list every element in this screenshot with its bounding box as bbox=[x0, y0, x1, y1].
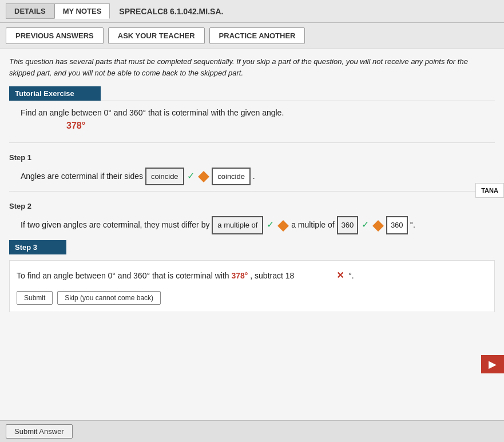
step2-checkmark: ✓ bbox=[267, 220, 274, 229]
step1-answer-box: coincide bbox=[145, 168, 184, 185]
step3-text-before: To find an angle between 0° and 360° tha… bbox=[17, 271, 229, 280]
step3-text-after: , subtract 18 bbox=[250, 271, 294, 280]
step2-connector: a multiple of bbox=[291, 220, 334, 229]
step1-connector: coincide bbox=[212, 168, 251, 185]
practice-another-button[interactable]: PRACTICE ANOTHER bbox=[209, 27, 305, 44]
step1-end: . bbox=[253, 172, 255, 181]
step3-wrapper: Step 3 To find an angle between 0° and 3… bbox=[9, 240, 495, 312]
step3-text: To find an angle between 0° and 360° tha… bbox=[17, 268, 487, 284]
step1-text: Angles are coterminal if their sides bbox=[21, 172, 143, 181]
ask-teacher-button[interactable]: ASK YOUR TEACHER bbox=[108, 27, 205, 44]
step2-checkmark2: ✓ bbox=[362, 220, 369, 229]
step2-text: If two given angles are coterminal, they… bbox=[21, 220, 209, 229]
error-icon: ✕ bbox=[336, 270, 344, 280]
content-area: This question has several parts that mus… bbox=[0, 49, 504, 438]
tana-sidebar[interactable]: TANA bbox=[475, 183, 504, 198]
step1-checkmark: ✓ bbox=[187, 171, 195, 181]
step1-diamond-icon bbox=[198, 171, 209, 182]
course-code: SPRECALC8 6.1.042.MI.SA. bbox=[119, 7, 223, 16]
submit-answer-button[interactable]: Submit Answer bbox=[6, 424, 73, 439]
step3-section: To find an angle between 0° and 360° tha… bbox=[9, 260, 495, 312]
youtube-button[interactable]: ▶ bbox=[481, 355, 504, 373]
tab-my-notes[interactable]: MY NOTES bbox=[54, 3, 110, 19]
step2-section: Step 2 If two given angles are cotermina… bbox=[9, 191, 495, 234]
given-angle: 378° bbox=[66, 121, 495, 131]
step2-end: °. bbox=[410, 220, 415, 229]
tab-group: DETAILS MY NOTES bbox=[6, 3, 110, 19]
question-text: Find an angle between 0° and 360° that i… bbox=[21, 108, 495, 117]
step3-highlight-angle: 378° bbox=[231, 271, 248, 280]
step3-header: Step 3 bbox=[9, 240, 66, 254]
step2-diamond-icon2 bbox=[372, 220, 384, 232]
step2-diamond-icon bbox=[277, 220, 289, 232]
nav-row: PREVIOUS ANSWERS ASK YOUR TEACHER PRACTI… bbox=[0, 23, 504, 49]
step2-content: If two given angles are coterminal, they… bbox=[21, 216, 495, 234]
top-bar: DETAILS MY NOTES SPRECALC8 6.1.042.MI.SA… bbox=[0, 0, 504, 23]
action-buttons: Submit Skip (you cannot come back) bbox=[17, 291, 487, 305]
submit-button[interactable]: Submit bbox=[17, 291, 53, 305]
bottom-bar: Submit Answer bbox=[0, 420, 504, 442]
skip-button[interactable]: Skip (you cannot come back) bbox=[57, 291, 161, 305]
intro-text: This question has several parts that mus… bbox=[9, 56, 495, 78]
step2-answer-box: a multiple of bbox=[212, 216, 263, 234]
step2-label: Step 2 bbox=[9, 202, 495, 210]
step1-section: Step 1 Angles are coterminal if their si… bbox=[9, 142, 495, 185]
previous-answers-button[interactable]: PREVIOUS ANSWERS bbox=[6, 27, 104, 44]
degree-symbol: °. bbox=[348, 271, 354, 280]
tutorial-header: Tutorial Exercise bbox=[9, 86, 101, 101]
step1-label: Step 1 bbox=[9, 153, 495, 162]
step2-num-box: 360 bbox=[337, 216, 359, 234]
step1-content: Angles are coterminal if their sides coi… bbox=[21, 168, 495, 185]
tab-details[interactable]: DETAILS bbox=[6, 3, 54, 19]
step2-num-answer: 360 bbox=[386, 216, 408, 234]
